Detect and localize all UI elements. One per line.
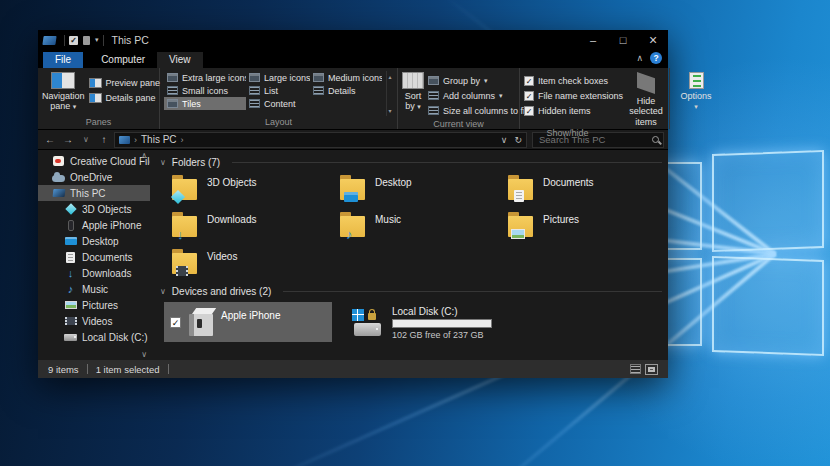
scroll-up-icon[interactable]: ▴: [388, 73, 391, 80]
layout-medium-icons[interactable]: Medium icons: [310, 71, 382, 84]
details-view-toggle-icon[interactable]: [630, 364, 641, 374]
section-header-folders[interactable]: ∨ Folders (7): [160, 154, 662, 170]
folder-tile-3d-objects[interactable]: 3D Objects: [172, 170, 340, 207]
file-explorer-window: ✓ ▾ This PC – □ × File Computer View ∧ ?…: [38, 30, 668, 378]
sidebar-item-videos[interactable]: Videos: [38, 313, 150, 329]
add-columns-button[interactable]: Add columns ▾: [428, 88, 528, 103]
collapse-section-icon[interactable]: ∨: [160, 287, 166, 296]
folder-tile-desktop[interactable]: Desktop: [340, 170, 508, 207]
sidebar-item-downloads[interactable]: ↓ Downloads: [38, 265, 150, 281]
layout-details[interactable]: Details: [310, 84, 382, 97]
sidebar-item-3d-objects[interactable]: 3D Objects: [38, 201, 150, 217]
navigation-pane-button[interactable]: Navigation pane ▾: [42, 71, 85, 116]
sidebar-item-pictures[interactable]: Pictures: [38, 297, 150, 313]
window-title: This PC: [112, 34, 149, 46]
new-folder-icon[interactable]: [83, 36, 90, 45]
sidebar-item-documents[interactable]: Documents: [38, 249, 150, 265]
layout-large-icons[interactable]: Large icons: [246, 71, 310, 84]
device-tile-apple-iphone[interactable]: ✓ Apple iPhone: [164, 302, 332, 342]
minimize-button[interactable]: –: [578, 30, 608, 50]
maximize-button[interactable]: □: [608, 30, 638, 50]
ribbon-group-current-view: Sort by ▾ Group by ▾ Add columns ▾: [398, 68, 520, 129]
customize-qat-dropdown-icon[interactable]: ▾: [95, 36, 99, 44]
folders-grid: 3D Objects Desktop Documents ↓ Downloads…: [172, 170, 662, 281]
sidebar-item-desktop[interactable]: Desktop: [38, 233, 150, 249]
folder-downloads-icon: ↓: [172, 216, 197, 237]
download-icon: ↓: [64, 267, 77, 279]
options-button[interactable]: Options▾: [674, 71, 718, 129]
ribbon-group-show-hide: ✓ Item check boxes ✓ File name extension…: [520, 68, 670, 129]
thumbnail-view-toggle-icon[interactable]: [645, 364, 658, 375]
layout-tiles[interactable]: Tiles: [164, 97, 246, 110]
size-columns-icon: [428, 106, 439, 115]
medium-icons-icon: [313, 73, 324, 82]
sidebar-item-local-disk-c[interactable]: Local Disk (C:): [38, 329, 150, 345]
sidebar-item-this-pc[interactable]: This PC: [38, 185, 150, 201]
address-dropdown-icon[interactable]: ∨: [501, 135, 508, 145]
devices-grid: ✓ Apple iPhone Local Disk (C:) 102 GB fr…: [164, 302, 662, 342]
scroll-down-icon[interactable]: ▾: [388, 107, 391, 114]
file-name-extensions-checkbox[interactable]: ✓ File name extensions: [524, 88, 623, 103]
3d-cube-icon: [65, 203, 76, 214]
layout-extra-large-icons[interactable]: Extra large icons: [164, 71, 246, 84]
collapse-ribbon-icon[interactable]: ∧: [636, 53, 643, 63]
recent-locations-dropdown-icon[interactable]: ∨: [78, 135, 94, 144]
divider: [64, 35, 65, 46]
creative-cloud-icon: [53, 156, 64, 166]
hide-selected-items-button[interactable]: Hide selected items: [627, 71, 665, 127]
folder-tile-videos[interactable]: Videos: [172, 244, 340, 281]
sort-by-button[interactable]: Sort by ▾: [402, 71, 424, 118]
details-pane-button[interactable]: Details pane: [89, 90, 161, 105]
back-button[interactable]: ←: [42, 134, 58, 145]
properties-icon[interactable]: ✓: [69, 36, 78, 45]
device-tile-local-disk-c[interactable]: Local Disk (C:) 102 GB free of 237 GB: [346, 302, 528, 342]
refresh-icon[interactable]: ↻: [514, 135, 522, 145]
section-header-devices[interactable]: ∨ Devices and drives (2): [160, 283, 662, 299]
hidden-items-checkbox[interactable]: ✓ Hidden items: [524, 103, 623, 118]
sidebar-scroll-up-icon[interactable]: ∧: [141, 151, 147, 160]
layout-gallery-scrollbar[interactable]: ▴ ▾: [386, 71, 393, 116]
layout-small-icons[interactable]: Small icons: [164, 84, 246, 97]
options-icon: [689, 72, 704, 89]
folder-tile-music[interactable]: ♪ Music: [340, 207, 508, 244]
item-check-boxes-checkbox[interactable]: ✓ Item check boxes: [524, 73, 623, 88]
status-bar: 9 items 1 item selected: [38, 360, 668, 378]
windows-logo-pane: [712, 256, 824, 356]
close-button[interactable]: ×: [638, 30, 668, 50]
sidebar-item-music[interactable]: ♪ Music: [38, 281, 150, 297]
tab-computer[interactable]: Computer: [89, 52, 157, 68]
search-icon[interactable]: [652, 136, 659, 143]
navigation-pane: ∧ Creative Cloud Files OneDrive This PC …: [38, 150, 150, 360]
breadcrumb-separator-icon[interactable]: ›: [181, 135, 184, 145]
sidebar-item-creative-cloud-files[interactable]: Creative Cloud Files: [38, 153, 150, 169]
forward-button[interactable]: →: [60, 134, 76, 145]
folder-desktop-icon: [340, 179, 365, 200]
group-by-button[interactable]: Group by ▾: [428, 73, 528, 88]
group-label-show-hide: Show/hide: [524, 127, 665, 139]
checkbox-checked-icon: ✓: [524, 106, 534, 116]
folder-tile-pictures[interactable]: Pictures: [508, 207, 668, 244]
tab-file[interactable]: File: [43, 52, 83, 68]
breadcrumb-this-pc[interactable]: This PC: [141, 134, 177, 145]
folder-tile-downloads[interactable]: ↓ Downloads: [172, 207, 340, 244]
divider: [87, 364, 88, 374]
collapse-section-icon[interactable]: ∨: [160, 158, 166, 167]
item-checkbox-checked-icon[interactable]: ✓: [170, 317, 181, 328]
folder-3d-objects-icon: [172, 179, 197, 200]
layout-list[interactable]: List: [246, 84, 310, 97]
sidebar-item-apple-iphone[interactable]: Apple iPhone: [38, 217, 150, 233]
sidebar-item-onedrive[interactable]: OneDrive: [38, 169, 150, 185]
tab-view[interactable]: View: [157, 52, 203, 68]
folder-tile-documents[interactable]: Documents: [508, 170, 668, 207]
disk-usage-bar: [392, 319, 492, 328]
phone-icon: [68, 220, 74, 231]
up-button[interactable]: ↑: [96, 134, 112, 145]
preview-pane-button[interactable]: Preview pane: [89, 75, 161, 90]
layout-content[interactable]: Content: [246, 97, 310, 110]
breadcrumb[interactable]: › This PC › ∨ ↻: [114, 132, 527, 148]
desktop-icon: [65, 237, 77, 245]
tiles-view-icon: [167, 99, 178, 108]
help-icon[interactable]: ?: [650, 52, 662, 64]
size-all-columns-button[interactable]: Size all columns to fit: [428, 103, 528, 118]
sidebar-scroll-down-icon[interactable]: ∨: [141, 350, 147, 359]
